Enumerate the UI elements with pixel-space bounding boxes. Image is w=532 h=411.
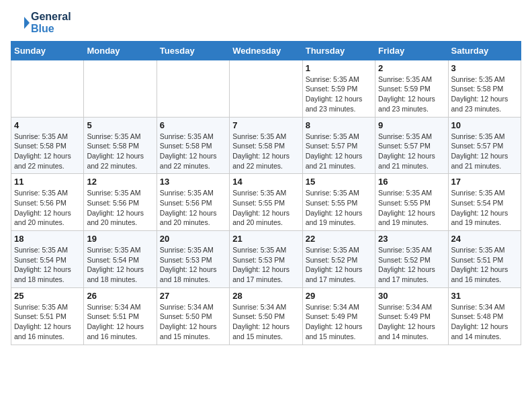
day-number: 8 — [306, 120, 372, 130]
day-info: Sunrise: 5:35 AM Sunset: 5:57 PM Dayligh… — [306, 132, 372, 171]
day-info: Sunrise: 5:35 AM Sunset: 5:55 PM Dayligh… — [232, 188, 299, 228]
calendar-cell: 6Sunrise: 5:35 AM Sunset: 5:58 PM Daylig… — [157, 117, 229, 174]
day-number: 5 — [87, 120, 153, 130]
calendar-cell: 11Sunrise: 5:35 AM Sunset: 5:56 PM Dayli… — [11, 174, 84, 231]
calendar-cell: 25Sunrise: 5:35 AM Sunset: 5:51 PM Dayli… — [11, 287, 84, 345]
day-number: 6 — [160, 120, 226, 130]
day-info: Sunrise: 5:35 AM Sunset: 5:57 PM Dayligh… — [451, 132, 518, 171]
day-info: Sunrise: 5:35 AM Sunset: 5:58 PM Dayligh… — [87, 132, 153, 171]
calendar-cell: 7Sunrise: 5:35 AM Sunset: 5:58 PM Daylig… — [230, 117, 302, 174]
day-number: 10 — [451, 120, 518, 130]
day-info: Sunrise: 5:35 AM Sunset: 5:58 PM Dayligh… — [14, 132, 81, 171]
calendar-cell: 12Sunrise: 5:35 AM Sunset: 5:56 PM Dayli… — [84, 174, 157, 231]
day-info: Sunrise: 5:35 AM Sunset: 5:56 PM Dayligh… — [87, 188, 153, 228]
calendar-cell: 9Sunrise: 5:35 AM Sunset: 5:57 PM Daylig… — [375, 117, 448, 174]
calendar-cell: 16Sunrise: 5:35 AM Sunset: 5:55 PM Dayli… — [375, 174, 448, 231]
day-info: Sunrise: 5:34 AM Sunset: 5:48 PM Dayligh… — [451, 302, 518, 342]
day-number: 21 — [232, 234, 299, 244]
calendar-week-row: 4Sunrise: 5:35 AM Sunset: 5:58 PM Daylig… — [11, 117, 521, 174]
day-info: Sunrise: 5:35 AM Sunset: 5:54 PM Dayligh… — [14, 245, 81, 285]
weekday-header: Thursday — [302, 41, 375, 60]
weekday-header: Monday — [84, 41, 157, 60]
day-info: Sunrise: 5:35 AM Sunset: 5:51 PM Dayligh… — [14, 302, 81, 342]
day-info: Sunrise: 5:34 AM Sunset: 5:49 PM Dayligh… — [306, 302, 372, 342]
calendar-cell: 10Sunrise: 5:35 AM Sunset: 5:57 PM Dayli… — [448, 117, 521, 174]
calendar-cell — [11, 60, 84, 117]
calendar-cell: 15Sunrise: 5:35 AM Sunset: 5:55 PM Dayli… — [302, 174, 375, 231]
calendar-cell: 1Sunrise: 5:35 AM Sunset: 5:59 PM Daylig… — [302, 60, 375, 117]
calendar-cell — [157, 60, 229, 117]
day-number: 28 — [232, 291, 299, 301]
day-number: 2 — [378, 63, 445, 73]
day-info: Sunrise: 5:34 AM Sunset: 5:50 PM Dayligh… — [232, 302, 299, 342]
calendar-cell: 17Sunrise: 5:35 AM Sunset: 5:54 PM Dayli… — [448, 174, 521, 231]
day-info: Sunrise: 5:35 AM Sunset: 5:59 PM Dayligh… — [306, 75, 372, 114]
day-number: 27 — [160, 291, 226, 301]
logo-general: General — [31, 11, 71, 23]
calendar-table: SundayMondayTuesdayWednesdayThursdayFrid… — [11, 41, 521, 345]
day-info: Sunrise: 5:35 AM Sunset: 5:54 PM Dayligh… — [87, 245, 153, 285]
day-number: 13 — [160, 177, 226, 187]
day-info: Sunrise: 5:35 AM Sunset: 5:51 PM Dayligh… — [451, 245, 518, 285]
day-info: Sunrise: 5:35 AM Sunset: 5:58 PM Dayligh… — [160, 132, 226, 171]
day-number: 16 — [378, 177, 445, 187]
day-number: 14 — [232, 177, 299, 187]
day-number: 19 — [87, 234, 153, 244]
calendar-cell: 28Sunrise: 5:34 AM Sunset: 5:50 PM Dayli… — [230, 287, 302, 345]
calendar-cell: 27Sunrise: 5:34 AM Sunset: 5:50 PM Dayli… — [157, 287, 229, 345]
calendar-cell: 26Sunrise: 5:34 AM Sunset: 5:51 PM Dayli… — [84, 287, 157, 345]
calendar-cell: 24Sunrise: 5:35 AM Sunset: 5:51 PM Dayli… — [448, 231, 521, 288]
calendar-cell: 8Sunrise: 5:35 AM Sunset: 5:57 PM Daylig… — [302, 117, 375, 174]
day-info: Sunrise: 5:34 AM Sunset: 5:50 PM Dayligh… — [160, 302, 226, 342]
day-number: 30 — [378, 291, 445, 301]
day-info: Sunrise: 5:35 AM Sunset: 5:56 PM Dayligh… — [160, 188, 226, 228]
calendar-cell: 3Sunrise: 5:35 AM Sunset: 5:58 PM Daylig… — [448, 60, 521, 117]
weekday-header: Friday — [375, 41, 448, 60]
calendar-week-row: 11Sunrise: 5:35 AM Sunset: 5:56 PM Dayli… — [11, 174, 521, 231]
calendar-cell: 13Sunrise: 5:35 AM Sunset: 5:56 PM Dayli… — [157, 174, 229, 231]
day-info: Sunrise: 5:35 AM Sunset: 5:52 PM Dayligh… — [306, 245, 372, 285]
day-number: 9 — [378, 120, 445, 130]
day-number: 20 — [160, 234, 226, 244]
day-info: Sunrise: 5:35 AM Sunset: 5:57 PM Dayligh… — [378, 132, 445, 171]
day-number: 3 — [451, 63, 518, 73]
calendar-cell: 14Sunrise: 5:35 AM Sunset: 5:55 PM Dayli… — [230, 174, 302, 231]
calendar-cell: 23Sunrise: 5:35 AM Sunset: 5:52 PM Dayli… — [375, 231, 448, 288]
calendar-week-row: 18Sunrise: 5:35 AM Sunset: 5:54 PM Dayli… — [11, 231, 521, 288]
calendar-cell: 22Sunrise: 5:35 AM Sunset: 5:52 PM Dayli… — [302, 231, 375, 288]
page-header: General Blue — [11, 11, 521, 36]
logo: General Blue — [11, 11, 71, 36]
svg-marker-1 — [24, 17, 30, 29]
day-number: 11 — [14, 177, 81, 187]
calendar-cell: 30Sunrise: 5:34 AM Sunset: 5:49 PM Dayli… — [375, 287, 448, 345]
weekday-header: Saturday — [448, 41, 521, 60]
logo-blue: Blue — [31, 23, 71, 35]
calendar-cell: 21Sunrise: 5:35 AM Sunset: 5:53 PM Dayli… — [230, 231, 302, 288]
day-number: 26 — [87, 291, 153, 301]
logo-block: General Blue — [11, 11, 71, 36]
calendar-cell: 4Sunrise: 5:35 AM Sunset: 5:58 PM Daylig… — [11, 117, 84, 174]
day-number: 31 — [451, 291, 518, 301]
calendar-header-row: SundayMondayTuesdayWednesdayThursdayFrid… — [11, 41, 521, 60]
weekday-header: Sunday — [11, 41, 84, 60]
day-info: Sunrise: 5:35 AM Sunset: 5:59 PM Dayligh… — [378, 75, 445, 114]
weekday-header: Tuesday — [157, 41, 229, 60]
calendar-week-row: 1Sunrise: 5:35 AM Sunset: 5:59 PM Daylig… — [11, 60, 521, 117]
day-number: 1 — [306, 63, 372, 73]
calendar-cell: 19Sunrise: 5:35 AM Sunset: 5:54 PM Dayli… — [84, 231, 157, 288]
calendar-cell: 31Sunrise: 5:34 AM Sunset: 5:48 PM Dayli… — [448, 287, 521, 345]
calendar-week-row: 25Sunrise: 5:35 AM Sunset: 5:51 PM Dayli… — [11, 287, 521, 345]
calendar-cell — [84, 60, 157, 117]
day-info: Sunrise: 5:35 AM Sunset: 5:52 PM Dayligh… — [378, 245, 445, 285]
weekday-header: Wednesday — [230, 41, 302, 60]
day-number: 22 — [306, 234, 372, 244]
day-info: Sunrise: 5:35 AM Sunset: 5:54 PM Dayligh… — [451, 188, 518, 228]
day-info: Sunrise: 5:34 AM Sunset: 5:51 PM Dayligh… — [87, 302, 153, 342]
logo-icon — [11, 13, 30, 32]
day-info: Sunrise: 5:35 AM Sunset: 5:53 PM Dayligh… — [160, 245, 226, 285]
day-info: Sunrise: 5:35 AM Sunset: 5:58 PM Dayligh… — [451, 75, 518, 114]
day-number: 4 — [14, 120, 81, 130]
day-number: 17 — [451, 177, 518, 187]
day-number: 12 — [87, 177, 153, 187]
day-info: Sunrise: 5:34 AM Sunset: 5:49 PM Dayligh… — [378, 302, 445, 342]
